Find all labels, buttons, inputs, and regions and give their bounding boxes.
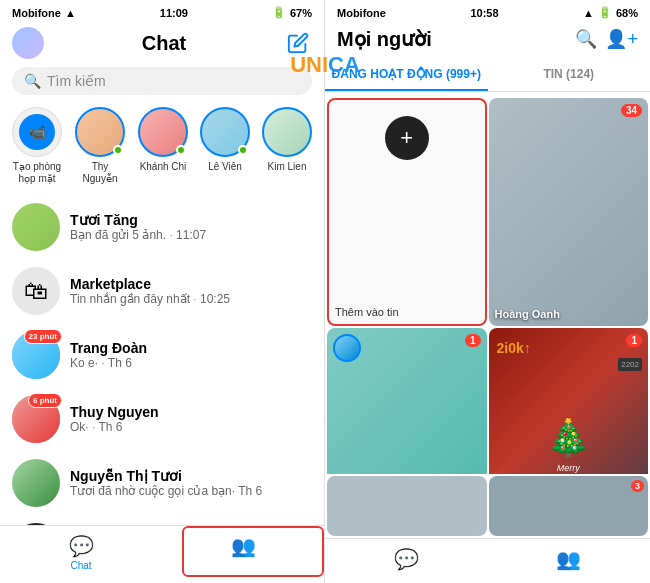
story-khanh[interactable]: Khánh Chi (138, 107, 188, 185)
chat-name-thuy: Thuy Nguyen (70, 404, 312, 420)
battery-icon-left: 🔋 (272, 6, 286, 19)
time-right: 10:58 (470, 7, 498, 19)
hoang-label: Hoàng Oanh (495, 308, 560, 320)
story-kim-label: Kim Lien (268, 161, 307, 173)
time-left: 11:09 (160, 7, 188, 19)
louis-merry-christmas: MerryChristmas (548, 463, 589, 474)
mini-card-2-badge: 3 (631, 480, 644, 492)
battery-pct-left: 67% (290, 7, 312, 19)
story-thy-wrapper (75, 107, 125, 157)
chat-nav-label: Chat (70, 560, 91, 571)
tabs-row: ĐANG HOẠT ĐỘNG (999+) TIN (124) (325, 59, 650, 92)
signal-icon-right: ▲ (583, 7, 594, 19)
wifi-icon: ▲ (65, 7, 76, 19)
louis-badge: 1 (626, 334, 642, 347)
chat-item-trang[interactable]: 23 phút Trang Đoàn Ko e· · Th 6 (0, 323, 324, 387)
story-kim[interactable]: Kim Lien (262, 107, 312, 185)
louis-inner: 2i0k↑ 2202 🎄 MerryChristmas (489, 328, 649, 474)
right-header-icons: 🔍 👤+ (575, 28, 638, 50)
louis-price: 2i0k↑ (497, 340, 531, 356)
story-khanh-wrapper (138, 107, 188, 157)
minh-badge: 1 (465, 334, 481, 347)
bottom-row-cards: 3 (325, 474, 650, 538)
add-person-icon[interactable]: 👤+ (605, 28, 638, 50)
chat-info-marketplace: Marketplace Tin nhắn gần đây nhất · 10:2… (70, 276, 312, 306)
chat-info-trang: Trang Đoàn Ko e· · Th 6 (70, 340, 312, 370)
online-dot-thy (113, 145, 123, 155)
search-icon-right[interactable]: 🔍 (575, 28, 597, 50)
story-card-hoang[interactable]: 34 Hoàng Oanh (489, 98, 649, 326)
louis-wreath: 🎄 (546, 417, 591, 459)
right-chat-icon: 💬 (394, 547, 419, 571)
chat-avatar-marketplace: 🛍 (12, 267, 60, 315)
louis-date: 2202 (618, 358, 642, 371)
chat-item-vinh[interactable]: Nguyễn Vĩnh An Bạn: Dạ· Th 6 (0, 515, 324, 525)
story-le[interactable]: Lê Viên (200, 107, 250, 185)
chat-info-thuy: Thuy Nguyen Ok· · Th 6 (70, 404, 312, 434)
minh-card-avatar (333, 334, 361, 362)
left-status-bar: Mobifone ▲ 11:09 🔋 67% (0, 0, 324, 23)
chat-avatar-thuy: 6 phút (12, 395, 60, 443)
story-kim-img (262, 107, 312, 157)
right-nav-people[interactable]: 👥 (488, 547, 651, 571)
status-right-left: 🔋 67% (272, 6, 312, 19)
chat-preview-nguyen-thi: Tươi đã nhờ cuộc gọi của bạn· Th 6 (70, 484, 312, 498)
trang-badge: 23 phút (24, 329, 62, 344)
mini-card-2[interactable]: 3 (489, 476, 649, 536)
chat-item-tuoi[interactable]: Tươi Tăng Bạn đã gửi 5 ảnh. · 11:07 (0, 195, 324, 259)
chat-avatar-nguyen-thi (12, 459, 60, 507)
right-nav-chat[interactable]: 💬 (325, 547, 488, 571)
chat-name-nguyen-thi: Nguyễn Thị Tươi (70, 468, 312, 484)
story-card-louis[interactable]: 2i0k↑ 2202 🎄 MerryChristmas 1 Louis Pham (489, 328, 649, 474)
chat-item-nguyen-thi[interactable]: Nguyễn Thị Tươi Tươi đã nhờ cuộc gọi của… (0, 451, 324, 515)
chat-name-trang: Trang Đoàn (70, 340, 312, 356)
add-story-card[interactable]: + Thêm vào tin (327, 98, 487, 326)
battery-icon-right: 🔋 (598, 6, 612, 19)
add-story-label: Thêm vào tin (335, 306, 399, 318)
carrier-left: Mobifone (12, 7, 61, 19)
tab-tin[interactable]: TIN (124) (488, 59, 651, 91)
mini-card-1[interactable] (327, 476, 487, 536)
create-avatar: 📹 (12, 107, 62, 157)
page-title: Chat (142, 32, 186, 55)
story-card-minh[interactable]: 1 Minh Hoai Phan Nguyen (327, 328, 487, 474)
chat-preview-thuy: Ok· · Th 6 (70, 420, 312, 434)
chat-list: Tươi Tăng Bạn đã gửi 5 ảnh. · 11:07 🛍 Ma… (0, 195, 324, 525)
right-bottom-nav: 💬 👥 (325, 538, 650, 583)
people-nav-icon: 👥 (231, 534, 256, 558)
online-dot-khanh (176, 145, 186, 155)
nav-people-left[interactable]: 👥 (162, 534, 324, 571)
stories-grid: + Thêm vào tin 34 Hoàng Oanh 1 Minh Hoai… (325, 96, 650, 474)
chat-item-thuy[interactable]: 6 phút Thuy Nguyen Ok· · Th 6 (0, 387, 324, 451)
search-placeholder: Tìm kiếm (47, 73, 106, 89)
chat-preview-marketplace: Tin nhắn gần đây nhất · 10:25 (70, 292, 312, 306)
avatar[interactable] (12, 27, 44, 59)
search-icon: 🔍 (24, 73, 41, 89)
carrier-right: Mobifone (337, 7, 386, 19)
right-header: Mọi người 🔍 👤+ (325, 23, 650, 59)
right-status-bar: Mobifone 10:58 ▲ 🔋 68% (325, 0, 650, 23)
chat-info-tuoi: Tươi Tăng Bạn đã gửi 5 ảnh. · 11:07 (70, 212, 312, 242)
video-create-icon: 📹 (19, 114, 55, 150)
search-bar[interactable]: 🔍 Tìm kiếm (12, 67, 312, 95)
chat-item-marketplace[interactable]: 🛍 Marketplace Tin nhắn gần đây nhất · 10… (0, 259, 324, 323)
online-dot-le (238, 145, 248, 155)
stories-row: 📹 Tạo phòng họp mặt Thy Nguyễn Khánh Chi… (0, 103, 324, 195)
hoang-badge: 34 (621, 104, 642, 117)
bottom-nav-left: 💬 Chat 👥 (0, 525, 324, 583)
chat-avatar-trang: 23 phút (12, 331, 60, 379)
chat-name-marketplace: Marketplace (70, 276, 312, 292)
story-thy[interactable]: Thy Nguyễn (74, 107, 126, 185)
story-kim-wrapper (262, 107, 312, 157)
tab-active[interactable]: ĐANG HOẠT ĐỘNG (999+) (325, 59, 488, 91)
story-le-wrapper (200, 107, 250, 157)
chat-nav-icon: 💬 (69, 534, 94, 558)
nav-chat[interactable]: 💬 Chat (0, 534, 162, 571)
chat-name-tuoi: Tươi Tăng (70, 212, 312, 228)
story-create[interactable]: 📹 Tạo phòng họp mặt (12, 107, 62, 185)
battery-pct-right: 68% (616, 7, 638, 19)
compose-icon[interactable] (284, 29, 312, 57)
right-page-title: Mọi người (337, 27, 432, 51)
chat-preview-tuoi: Bạn đã gửi 5 ảnh. · 11:07 (70, 228, 312, 242)
thuy-badge: 6 phút (28, 393, 62, 408)
